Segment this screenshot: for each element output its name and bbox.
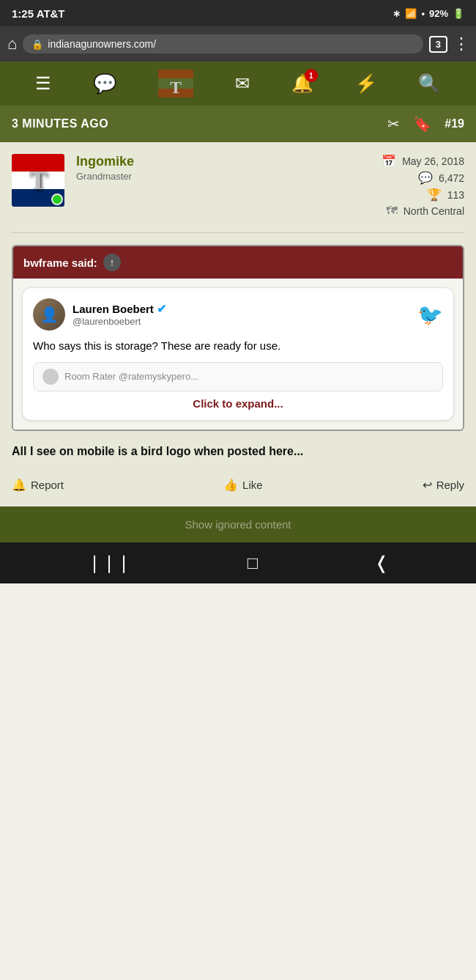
quote-header: bwframe said: ↑ (13, 246, 463, 279)
battery-label: 92% (429, 8, 448, 19)
browser-bar: ⌂ 🔒 indianagunowners.com/ 3 ⋮ (0, 26, 476, 62)
user-info-row: T Ingomike Grandmaster 📅 May 26, 2018 💬 … (12, 154, 464, 218)
reply-button[interactable]: ↩ Reply (423, 478, 464, 492)
quoted-avatar (42, 369, 59, 385)
post-count-value: 6,472 (439, 172, 464, 184)
stat-trophy: 🏆 113 (382, 188, 464, 202)
tweet-user-info: Lauren Boebert ✔ @laurenboebert (72, 302, 410, 327)
site-logo[interactable]: T (158, 70, 193, 97)
trophy-value: 113 (447, 189, 464, 201)
report-button[interactable]: 🔔 Report (12, 478, 64, 492)
tweet-avatar: 👤 (33, 298, 65, 331)
user-rank: Grandmaster (76, 171, 134, 182)
message-count-icon: 💬 (418, 171, 433, 185)
bottom-nav-bar: ❘❘❘ □ ❬ (0, 542, 476, 583)
notification-wrapper[interactable]: 🔔 1 (291, 73, 313, 94)
report-icon: 🔔 (12, 478, 26, 492)
expand-tweet-label[interactable]: Click to expand... (33, 397, 443, 410)
post-time-ago: 3 MINUTES AGO (12, 117, 108, 130)
map-icon: 🗺 (386, 205, 398, 218)
tab-count[interactable]: 3 (429, 36, 447, 53)
tweet-header: 👤 Lauren Boebert ✔ @laurenboebert 🐦 (33, 298, 443, 331)
tweet-avatar-image: 👤 (33, 298, 65, 331)
location-value: North Central (404, 205, 464, 217)
signal-icon: • (421, 8, 425, 19)
post-container: T Ingomike Grandmaster 📅 May 26, 2018 💬 … (0, 142, 476, 506)
reply-icon: ↩ (423, 478, 432, 492)
like-button[interactable]: 👍 Like (223, 478, 263, 492)
status-bar-right: ∗ 📶 • 92% 🔋 (393, 8, 464, 19)
home-button-icon[interactable]: □ (248, 553, 259, 573)
divider (12, 232, 464, 233)
tweet-card: 👤 Lauren Boebert ✔ @laurenboebert 🐦 Who … (22, 287, 454, 421)
post-body-text: All I see on mobile is a bird logo when … (12, 443, 464, 460)
twitter-bird-icon: 🐦 (417, 303, 443, 327)
home-icon[interactable]: ⌂ (7, 34, 17, 54)
nav-bar: ☰ 💬 T ✉ 🔔 1 ⚡ 🔍 (0, 62, 476, 106)
status-bar: 1:25 AT&T ∗ 📶 • 92% 🔋 (0, 0, 476, 26)
trophy-icon: 🏆 (427, 188, 442, 202)
tweet-quoted-post: Room Rater @ratemyskypero... (33, 362, 443, 391)
url-text: indianagunowners.com/ (48, 38, 156, 50)
battery-icon: 🔋 (453, 8, 464, 19)
like-icon: 👍 (223, 478, 238, 492)
show-ignored-bar[interactable]: Show ignored content (0, 506, 476, 542)
quoted-handle: Room Rater @ratemyskypero... (64, 371, 198, 382)
lock-icon: 🔒 (31, 39, 43, 50)
show-ignored-label: Show ignored content (185, 518, 291, 531)
notification-badge: 1 (305, 69, 318, 82)
user-stats: 📅 May 26, 2018 💬 6,472 🏆 113 🗺 North Cen… (382, 154, 464, 218)
chat-icon[interactable]: 💬 (93, 73, 116, 95)
post-number: #19 (445, 117, 464, 130)
quote-attribution: bwframe said: (23, 257, 97, 269)
tweet-handle: @laurenboebert (72, 316, 410, 327)
user-avatar-wrapper: T (12, 154, 64, 207)
verified-icon: ✔ (157, 302, 166, 316)
online-indicator (51, 194, 63, 205)
stat-post-count: 💬 6,472 (382, 171, 464, 185)
calendar-icon: 📅 (382, 154, 396, 168)
lightning-icon[interactable]: ⚡ (355, 73, 377, 94)
status-time-carrier: 1:25 AT&T (12, 7, 65, 20)
svg-text:T: T (170, 78, 182, 97)
recent-apps-icon[interactable]: ❘❘❘ (87, 553, 131, 573)
mail-icon[interactable]: ✉ (235, 73, 250, 94)
tweet-name: Lauren Boebert ✔ (72, 302, 410, 316)
tweet-text: Who says this is storage? These are read… (33, 338, 443, 355)
quote-content: 👤 Lauren Boebert ✔ @laurenboebert 🐦 Who … (13, 279, 463, 430)
bookmark-icon[interactable]: 🔖 (413, 115, 431, 133)
back-button-icon[interactable]: ❬ (374, 553, 389, 573)
stat-location: 🗺 North Central (382, 205, 464, 218)
user-name[interactable]: Ingomike (76, 154, 134, 169)
search-icon[interactable]: 🔍 (418, 73, 440, 94)
join-date-value: May 26, 2018 (402, 155, 464, 167)
browser-menu-icon[interactable]: ⋮ (453, 34, 469, 54)
address-bar[interactable]: 🔒 indianagunowners.com/ (23, 34, 423, 54)
quote-box: bwframe said: ↑ 👤 Lauren Boebert ✔ @laur… (12, 245, 464, 431)
stat-join-date: 📅 May 26, 2018 (382, 154, 464, 168)
quote-up-arrow[interactable]: ↑ (103, 254, 121, 271)
post-header-bar: 3 MINUTES AGO ✂︎ 🔖 #19 (0, 106, 476, 142)
wifi-icon: 📶 (405, 8, 417, 19)
user-meta-left: Ingomike Grandmaster (76, 154, 134, 218)
hamburger-menu-icon[interactable]: ☰ (35, 73, 51, 94)
post-header-actions: ✂︎ 🔖 #19 (387, 115, 464, 133)
post-actions: 🔔 Report 👍 Like ↩ Reply (12, 475, 464, 495)
share-icon[interactable]: ✂︎ (387, 115, 400, 133)
bluetooth-icon: ∗ (393, 8, 401, 19)
